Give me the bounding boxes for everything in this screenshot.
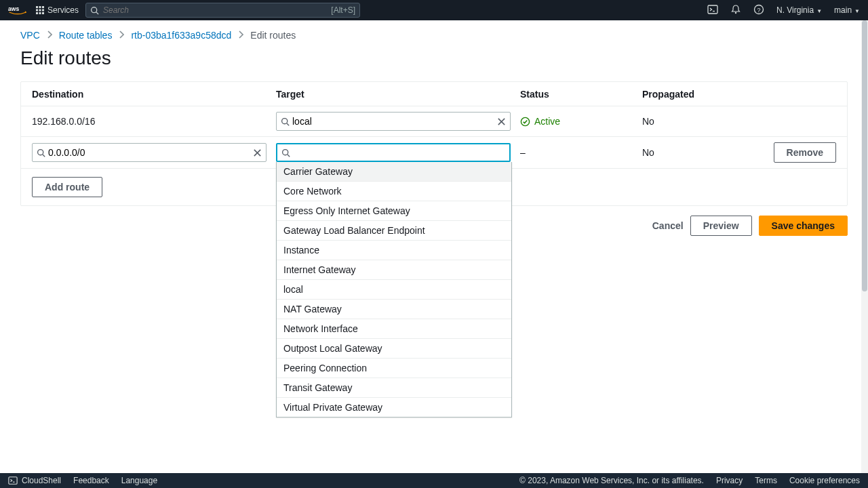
footer-language[interactable]: Language [121,476,157,485]
svg-rect-5 [39,9,41,12]
cancel-button[interactable]: Cancel [652,220,684,231]
breadcrumb-rtb-id[interactable]: rtb-03ba1f633a9c58dcd [131,30,231,41]
scrollbar-thumb[interactable] [862,20,867,291]
target-option[interactable]: Network Interface [277,319,511,338]
col-target: Target [276,89,520,100]
svg-rect-4 [36,9,38,12]
svg-rect-9 [42,12,44,14]
target-dropdown: Carrier Gateway Core Network Egress Only… [276,162,512,418]
svg-line-11 [96,12,98,14]
svg-line-18 [287,123,289,125]
table-row: Carrier Gateway Core Network Egress Only… [21,137,847,169]
target-option[interactable]: Instance [277,240,511,260]
svg-text:aws: aws [8,5,19,12]
table-row: 192.168.0.0/16 Active No [21,106,847,137]
target-option[interactable]: NAT Gateway [277,299,511,319]
top-nav: aws Services [Alt+S] ? N. Virginia▼ main… [0,0,868,20]
save-button[interactable]: Save changes [759,216,848,236]
target-option[interactable]: local [277,279,511,299]
svg-text:?: ? [757,6,760,13]
col-status: Status [520,89,642,100]
status-value: – [520,147,642,158]
search-icon [37,148,45,157]
svg-rect-8 [39,12,41,14]
target-option[interactable]: Virtual Private Gateway [277,397,511,417]
svg-point-22 [38,149,43,155]
search-icon [281,148,290,157]
cloudshell-icon[interactable] [707,4,718,17]
footer: CloudShell Feedback Language © 2023, Ama… [0,473,868,488]
svg-point-17 [282,118,288,123]
target-option[interactable]: Internet Gateway [277,260,511,279]
breadcrumb-vpc[interactable]: VPC [20,30,40,41]
target-option[interactable]: Core Network [277,181,511,201]
svg-point-26 [283,149,288,155]
svg-point-14 [735,12,736,13]
aws-logo[interactable]: aws [8,4,27,17]
status-badge: Active [520,116,642,127]
routes-table: Destination Target Status Propagated 192… [20,81,848,206]
svg-line-23 [43,154,45,156]
target-option[interactable]: Carrier Gateway [277,162,511,181]
vertical-scrollbar[interactable] [861,20,868,473]
help-icon[interactable]: ? [753,4,764,17]
global-search-input[interactable] [103,5,331,15]
account-selector[interactable]: main▼ [834,5,860,15]
target-combo[interactable] [276,112,511,131]
svg-rect-3 [42,6,44,8]
breadcrumb-route-tables[interactable]: Route tables [59,30,113,41]
target-option[interactable]: Outpost Local Gateway [277,338,511,358]
preview-button[interactable]: Preview [690,216,752,236]
destination-text: 192.168.0.0/16 [32,116,276,127]
chevron-right-icon [47,30,52,41]
global-search[interactable]: [Alt+S] [85,3,360,18]
search-icon [281,117,290,126]
add-route-button[interactable]: Add route [32,177,102,197]
target-option[interactable]: Transit Gateway [277,378,511,397]
services-grid-icon[interactable] [35,5,45,15]
search-hotkey: [Alt+S] [331,5,355,15]
footer-privacy[interactable]: Privacy [716,476,743,485]
services-link[interactable]: Services [47,5,79,15]
target-option[interactable]: Gateway Load Balancer Endpoint [277,220,511,240]
check-circle-icon [520,117,530,127]
target-combo[interactable] [276,143,511,162]
chevron-right-icon [119,30,124,41]
svg-rect-7 [36,12,38,14]
clear-icon[interactable] [253,148,262,157]
footer-cloudshell[interactable]: CloudShell [8,476,61,485]
region-selector[interactable]: N. Virginia▼ [776,5,822,15]
destination-input[interactable] [45,147,253,158]
page-title: Edit routes [0,43,868,81]
footer-terms[interactable]: Terms [755,476,777,485]
svg-rect-2 [39,6,41,8]
target-input[interactable] [290,116,497,127]
svg-line-27 [288,154,290,156]
breadcrumb: VPC Route tables rtb-03ba1f633a9c58dcd E… [0,20,868,43]
propagated-value: No [642,147,724,158]
col-propagated: Propagated [642,89,724,100]
search-icon [90,6,99,15]
remove-button[interactable]: Remove [774,142,836,163]
cloudshell-icon [8,476,18,485]
target-option[interactable]: Peering Connection [277,358,511,378]
svg-rect-12 [708,5,717,14]
notifications-icon[interactable] [730,4,741,17]
target-option[interactable]: Egress Only Internet Gateway [277,201,511,220]
target-input[interactable] [290,147,505,158]
breadcrumb-current: Edit routes [250,30,296,41]
chevron-right-icon [238,30,243,41]
footer-cookie[interactable]: Cookie preferences [789,476,860,485]
svg-rect-6 [42,9,44,12]
clear-icon[interactable] [497,117,506,126]
svg-rect-1 [36,6,38,8]
svg-point-10 [92,7,97,12]
footer-copyright: © 2023, Amazon Web Services, Inc. or its… [519,476,704,485]
footer-feedback[interactable]: Feedback [73,476,109,485]
destination-combo[interactable] [32,143,267,162]
propagated-value: No [642,116,724,127]
svg-rect-28 [9,477,17,485]
col-destination: Destination [32,89,276,100]
